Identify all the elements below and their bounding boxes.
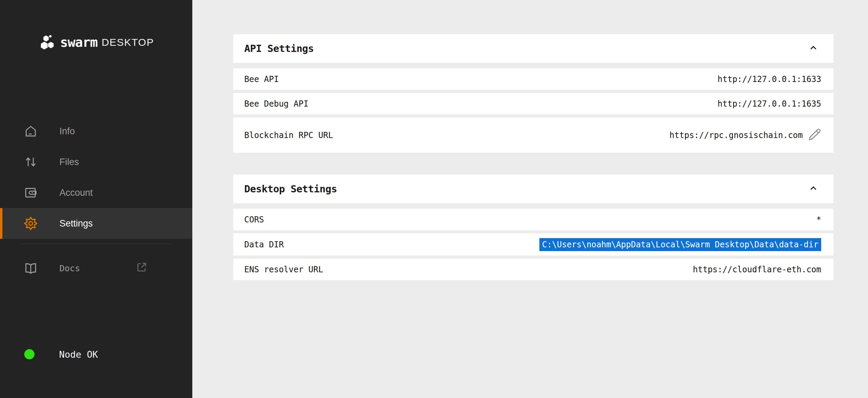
sidebar-item-label: Settings — [59, 218, 93, 229]
row-label: Blockchain RPC URL — [244, 131, 333, 140]
gear-icon — [24, 216, 38, 231]
app-window: swarm DESKTOP Info — [0, 0, 868, 398]
swarm-logo: swarm DESKTOP — [40, 34, 154, 51]
sidebar-item-label: Info — [59, 126, 75, 137]
edit-button[interactable] — [808, 128, 821, 142]
row-label: Bee API — [244, 74, 279, 84]
status-label: Node OK — [59, 349, 98, 360]
brand-suffix: DESKTOP — [101, 37, 154, 48]
sidebar-item-label: Files — [59, 157, 79, 167]
row-label: ENS resolver URL — [244, 265, 323, 274]
wallet-icon — [24, 186, 38, 200]
main-content: API Settings Bee API http://127.0.0.1:16… — [192, 0, 868, 398]
sidebar-item-info[interactable]: Info — [0, 116, 192, 147]
section-header[interactable]: Desktop Settings — [233, 175, 833, 203]
section-desktop-settings: Desktop Settings CORS * Data DIR C:\User… — [233, 175, 833, 280]
sidebar-item-settings[interactable]: Settings — [0, 208, 192, 239]
sidebar-divider — [20, 244, 172, 244]
row-label: CORS — [244, 215, 264, 224]
transfer-arrows-icon — [24, 155, 38, 169]
row-value: http://127.0.0.1:1633 — [718, 74, 821, 84]
row-label: Bee Debug API — [244, 99, 308, 109]
node-status: Node OK — [0, 342, 192, 367]
chevron-up-icon[interactable] — [808, 183, 818, 195]
section-api-settings: API Settings Bee API http://127.0.0.1:16… — [233, 34, 833, 153]
pencil-icon — [808, 128, 821, 142]
swarm-logo-icon — [40, 34, 55, 51]
section-title: Desktop Settings — [244, 183, 337, 195]
sidebar: swarm DESKTOP Info — [0, 0, 192, 398]
home-icon — [24, 124, 38, 138]
chevron-up-icon[interactable] — [808, 43, 818, 54]
sidebar-item-label: Account — [59, 188, 93, 198]
section-title: API Settings — [244, 43, 314, 54]
setting-row-cors: CORS * — [233, 209, 833, 230]
external-link-icon — [136, 261, 148, 275]
setting-row-bee-api: Bee API http://127.0.0.1:1633 — [233, 68, 833, 90]
sidebar-nav: Info Files — [0, 116, 192, 239]
row-label: Data DIR — [244, 240, 284, 249]
status-dot — [24, 349, 35, 359]
setting-row-blockchain-rpc-url: Blockchain RPC URL https://rpc.gnosischa… — [233, 118, 833, 153]
setting-row-data-dir: Data DIR C:\Users\noahm\AppData\Local\Sw… — [233, 233, 833, 256]
setting-row-ens-resolver-url: ENS resolver URL https://cloudflare-eth.… — [233, 259, 833, 280]
row-value: http://127.0.0.1:1635 — [718, 99, 821, 109]
sidebar-item-files[interactable]: Files — [0, 147, 192, 177]
book-icon — [24, 261, 38, 275]
row-value: * — [816, 215, 821, 224]
row-value: https://rpc.gnosischain.com — [670, 131, 803, 140]
brand-name: swarm — [60, 35, 97, 50]
sidebar-item-account[interactable]: Account — [0, 177, 192, 208]
row-value-selected[interactable]: C:\Users\noahm\AppData\Local\Swarm Deskt… — [539, 238, 821, 251]
setting-row-bee-debug-api: Bee Debug API http://127.0.0.1:1635 — [233, 93, 833, 114]
row-value: https://cloudflare-eth.com — [693, 265, 821, 274]
section-header[interactable]: API Settings — [233, 34, 833, 63]
sidebar-item-docs[interactable]: Docs — [0, 253, 192, 284]
sidebar-item-label: Docs — [59, 263, 80, 273]
